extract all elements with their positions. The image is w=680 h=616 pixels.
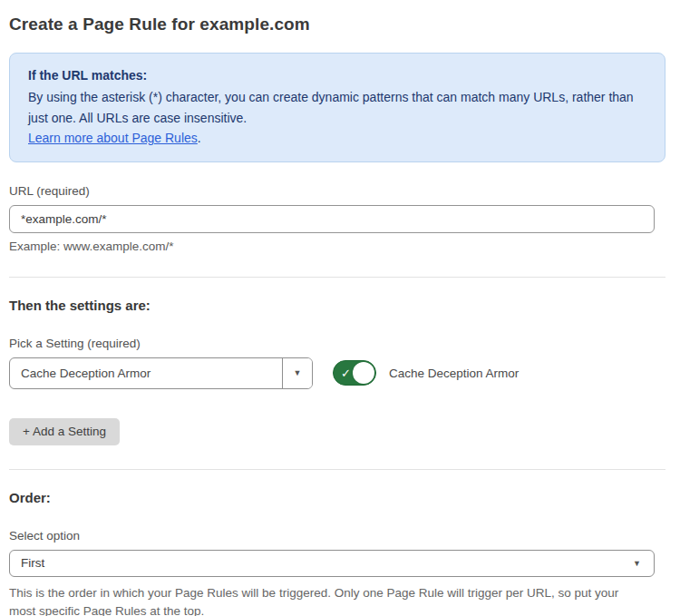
- check-icon: ✓: [341, 367, 351, 379]
- learn-more-link[interactable]: Learn more about Page Rules: [28, 131, 198, 145]
- info-box-heading: If the URL matches:: [28, 65, 646, 85]
- setting-row: Cache Deception Armor ▼ ✓ Cache Deceptio…: [9, 357, 665, 389]
- url-input[interactable]: [9, 205, 655, 233]
- order-helper-text: This is the order in which your Page Rul…: [9, 584, 644, 616]
- order-section-heading: Order:: [9, 490, 665, 505]
- info-box-body-text: By using the asterisk (*) character, you…: [28, 90, 634, 124]
- link-suffix: .: [198, 131, 201, 145]
- setting-select-value: Cache Deception Armor: [10, 358, 282, 388]
- settings-section-heading: Then the settings are:: [9, 298, 665, 313]
- order-select-label: Select option: [9, 529, 665, 543]
- info-box-body: By using the asterisk (*) character, you…: [28, 87, 646, 148]
- chevron-down-icon[interactable]: ▼: [282, 358, 312, 388]
- page-title: Create a Page Rule for example.com: [9, 15, 665, 34]
- pick-setting-label: Pick a Setting (required): [9, 337, 665, 350]
- setting-select[interactable]: Cache Deception Armor ▼: [9, 357, 313, 389]
- divider: [9, 469, 665, 470]
- chevron-down-icon: ▼: [633, 559, 641, 568]
- add-setting-button[interactable]: + Add a Setting: [9, 418, 120, 445]
- url-field-label: URL (required): [9, 184, 665, 198]
- setting-toggle-label: Cache Deception Armor: [389, 367, 519, 380]
- divider: [9, 277, 665, 278]
- url-match-info-box: If the URL matches: By using the asteris…: [9, 53, 665, 162]
- toggle-knob: [353, 362, 374, 384]
- url-field-helper: Example: www.example.com/*: [9, 240, 665, 253]
- setting-toggle[interactable]: ✓: [333, 360, 376, 386]
- order-select-value: First: [21, 556, 44, 570]
- order-select[interactable]: First ▼: [9, 550, 655, 577]
